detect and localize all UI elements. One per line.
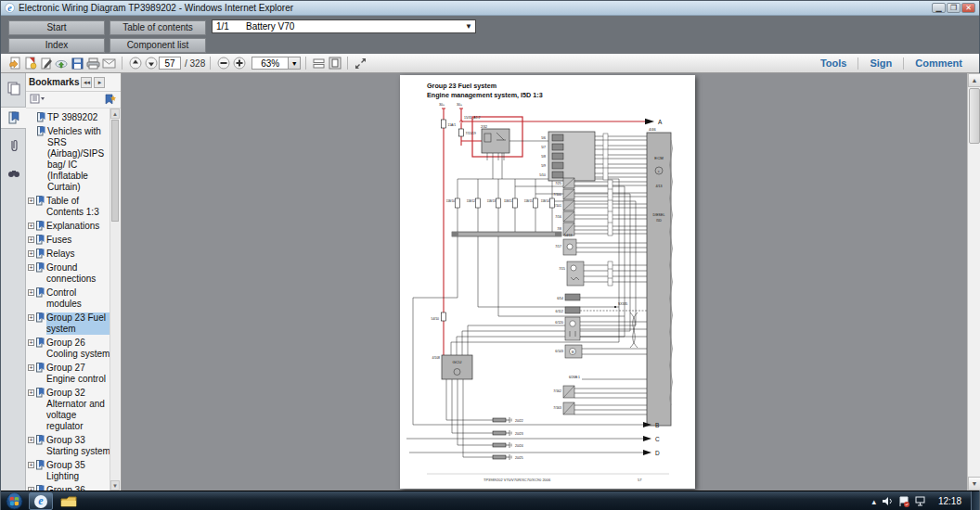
expand-icon[interactable]: +: [28, 289, 34, 296]
expand-icon[interactable]: +: [28, 339, 34, 346]
bookmark-options-icon[interactable]: [30, 94, 45, 106]
bookmark-item[interactable]: +Table of Contents 1:3: [28, 196, 111, 218]
bookmark-item[interactable]: Vehicles with SRS (Airbag)/SIPS bag/ IC …: [28, 126, 111, 193]
volume-icon[interactable]: [882, 496, 893, 506]
scroll-down-icon[interactable]: ▼: [968, 477, 980, 491]
bookmark-item[interactable]: +Explanations: [28, 221, 111, 232]
binoculars-icon[interactable]: [1, 162, 26, 185]
action-center-flag-icon[interactable]: [898, 496, 909, 507]
svg-text:7/15: 7/15: [559, 267, 565, 271]
bookmark-icon: [36, 196, 45, 206]
previous-page-icon[interactable]: [127, 56, 143, 70]
bookmark-icon: [36, 262, 45, 273]
comment-link[interactable]: Comment: [904, 57, 974, 69]
page-number-input[interactable]: [159, 57, 181, 70]
bookmarks-scrollbar[interactable]: ▲ ▼: [110, 108, 120, 491]
bookmark-icon: [36, 363, 45, 373]
bookmark-item[interactable]: +Group 27 Engine control: [28, 363, 111, 385]
bookmark-item[interactable]: +Group 33 Starting system: [28, 435, 111, 457]
document-canvas[interactable]: Group 23 Fuel system Engine management s…: [122, 73, 967, 491]
email-icon[interactable]: [101, 56, 117, 70]
network-icon[interactable]: [915, 496, 927, 506]
expand-icon[interactable]: +: [28, 437, 34, 443]
collapse-panel-icon[interactable]: ◂◂: [81, 77, 92, 88]
scroll-thumb[interactable]: [111, 120, 119, 222]
tools-link[interactable]: Tools: [809, 57, 858, 69]
explorer-taskbar-button[interactable]: [57, 492, 81, 510]
bookmark-item-selected[interactable]: +Group 23 Fuel system: [28, 312, 111, 335]
bookmark-item[interactable]: +Relays: [28, 249, 111, 260]
fit-page-icon[interactable]: [327, 56, 342, 70]
start-button[interactable]: [6, 492, 23, 510]
expand-icon[interactable]: +: [28, 223, 34, 229]
bookmark-item[interactable]: +Group 26 Cooling system: [28, 338, 111, 360]
diagram-label: 54/13: [564, 234, 573, 237]
zoom-in-icon[interactable]: [231, 56, 247, 70]
expand-icon[interactable]: +: [28, 264, 34, 271]
save-icon[interactable]: [70, 56, 85, 70]
nav-icon-strip: [1, 73, 26, 491]
table-of-contents-button[interactable]: Table of contents: [110, 20, 206, 35]
expand-panel-icon[interactable]: ▸: [94, 77, 105, 88]
scrolling-mode-icon[interactable]: [311, 56, 327, 70]
taskbar-clock[interactable]: 12:18: [933, 496, 967, 506]
expand-icon[interactable]: +: [28, 364, 34, 371]
zoom-out-icon[interactable]: [215, 56, 231, 70]
bookmark-item[interactable]: +Control modules: [28, 287, 111, 310]
sign-pen-icon[interactable]: [38, 56, 54, 70]
wiring-diagram-svg: Group 23 Fuel system Engine management s…: [400, 75, 695, 489]
open-file-icon[interactable]: [6, 56, 22, 70]
scroll-thumb[interactable]: [969, 88, 980, 144]
new-bookmark-icon[interactable]: [104, 94, 117, 107]
bookmark-item[interactable]: +Group 35 Lighting: [28, 460, 111, 482]
arrow-c-label: C: [655, 436, 660, 442]
expand-icon[interactable]: +: [28, 198, 34, 204]
expand-icon[interactable]: +: [28, 236, 34, 243]
create-pdf-icon[interactable]: [22, 56, 38, 70]
expand-icon[interactable]: +: [28, 314, 34, 321]
ie-taskbar-button[interactable]: e: [29, 492, 53, 510]
show-hidden-icons[interactable]: ▴: [871, 497, 876, 506]
scroll-up-icon[interactable]: ▲: [968, 73, 980, 87]
diagram-label: 11A/1: [448, 123, 457, 127]
close-button[interactable]: ✕: [961, 3, 975, 13]
diagram-label: 2/32: [481, 125, 487, 129]
start-button[interactable]: Start: [8, 20, 105, 35]
component-list-button[interactable]: Component list: [110, 38, 206, 53]
show-desktop-button[interactable]: [971, 491, 979, 510]
expand-icon[interactable]: +: [28, 462, 34, 468]
svg-text:7/8: 7/8: [557, 227, 561, 231]
share-cloud-icon[interactable]: [54, 56, 70, 70]
bookmark-item[interactable]: +Fuses: [28, 235, 111, 246]
bookmark-icon: [36, 235, 45, 245]
svg-text:20/23: 20/23: [515, 432, 523, 436]
index-button[interactable]: Index: [8, 38, 105, 53]
page-thumbnails-icon[interactable]: [1, 77, 26, 99]
bookmark-icon: [37, 126, 45, 136]
maximize-button[interactable]: ❐: [947, 3, 961, 13]
svg-text:5/9: 5/9: [541, 164, 546, 168]
title-bar: e Electronic Wiring Diagram TP3989202 - …: [1, 1, 979, 16]
expand-icon[interactable]: +: [28, 389, 34, 396]
bookmark-item[interactable]: +Group 32 Alternator and voltage regulat…: [28, 388, 111, 432]
diagram-select[interactable]: 1/1 Battery V70 ▼: [212, 19, 476, 33]
bookmark-item[interactable]: TP 3989202: [28, 112, 111, 123]
zoom-level-value[interactable]: 63%: [251, 57, 289, 70]
vertical-scrollbar[interactable]: ▲ ▼: [967, 73, 980, 491]
bookmark-icon: [36, 435, 45, 445]
bookmarks-panel-icon[interactable]: [1, 107, 26, 129]
minimize-button[interactable]: ▁: [932, 3, 946, 13]
sign-link[interactable]: Sign: [858, 57, 903, 69]
scroll-up-icon[interactable]: ▲: [110, 108, 120, 119]
fullscreen-icon[interactable]: [353, 56, 368, 70]
svg-text:11B/11: 11B/11: [504, 199, 512, 203]
next-page-icon[interactable]: [143, 56, 159, 70]
attachments-icon[interactable]: [1, 134, 26, 157]
zoom-level-dropdown[interactable]: ▼: [289, 57, 301, 70]
print-icon[interactable]: [85, 56, 101, 70]
scroll-down-icon[interactable]: ▼: [110, 480, 120, 491]
ie-icon: e: [34, 495, 47, 508]
bookmark-item[interactable]: +Ground connections: [28, 262, 111, 285]
expand-icon[interactable]: +: [28, 250, 34, 257]
twisted-pair: [630, 312, 638, 348]
